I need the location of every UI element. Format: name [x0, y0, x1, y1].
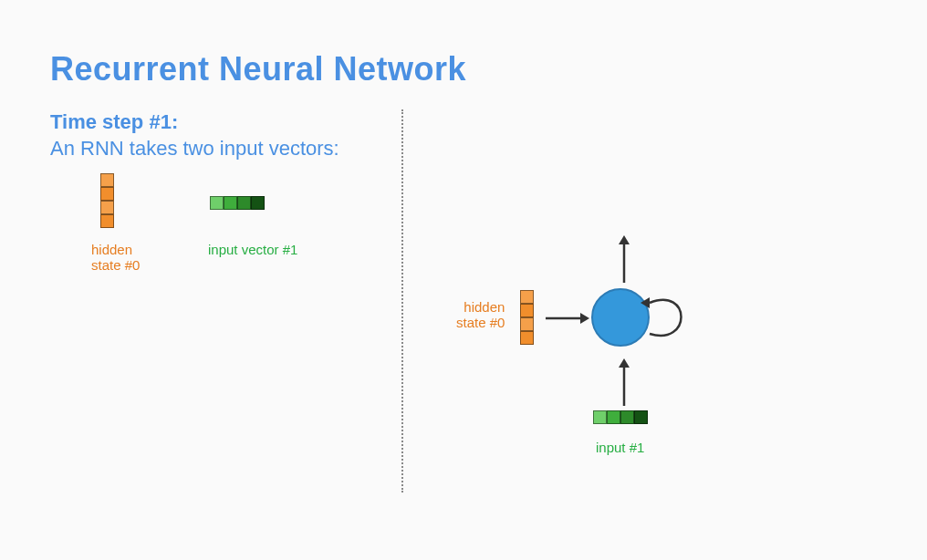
vector-cell: [520, 317, 534, 331]
vector-cell: [620, 410, 634, 424]
vector-cell: [520, 304, 534, 317]
subtitle-text: An RNN takes two input vectors:: [50, 136, 339, 162]
vector-cell: [224, 196, 237, 210]
svg-marker-4: [619, 235, 630, 244]
vector-cell: [251, 196, 265, 210]
svg-marker-6: [619, 358, 630, 368]
hidden-label-line1-r: hidden: [464, 299, 505, 315]
input-vector-label-right: input #1: [596, 440, 644, 455]
arrow-input-to-node: [616, 358, 632, 410]
vector-cell: [520, 331, 534, 345]
input-vector-label-left: input vector #1: [208, 242, 297, 257]
arrow-output-up: [616, 235, 632, 286]
vector-cell: [634, 410, 648, 424]
hidden-label-line1: hidden: [91, 242, 132, 257]
diagram-title: Recurrent Neural Network: [50, 50, 466, 88]
vector-cell: [100, 173, 114, 187]
timestep-label: Time step #1:: [50, 109, 339, 136]
hidden-label-line2-r: state #0: [456, 315, 505, 330]
arrow-hidden-to-node: [546, 310, 589, 330]
vector-cell: [100, 214, 114, 228]
hidden-state-label-left: hidden state #0: [91, 242, 140, 274]
hidden-state-label-right: hidden state #0: [456, 299, 505, 331]
hidden-state-vector-left: [100, 173, 114, 228]
subtitle-block: Time step #1: An RNN takes two input vec…: [50, 109, 339, 161]
vector-cell: [100, 201, 114, 214]
vector-cell: [210, 196, 224, 210]
vector-cell: [237, 196, 251, 210]
svg-marker-1: [580, 313, 589, 324]
hidden-state-vector-right: [520, 290, 534, 345]
vector-cell: [607, 410, 620, 424]
vector-cell: [520, 290, 534, 304]
self-loop-arrow: [639, 292, 703, 352]
vector-cell: [100, 187, 114, 201]
hidden-label-line2: state #0: [91, 257, 140, 273]
input-vector-right: [593, 410, 648, 424]
input-vector-left: [210, 196, 265, 210]
vector-cell: [593, 410, 607, 424]
vertical-divider: [401, 109, 403, 493]
svg-marker-2: [641, 297, 650, 308]
